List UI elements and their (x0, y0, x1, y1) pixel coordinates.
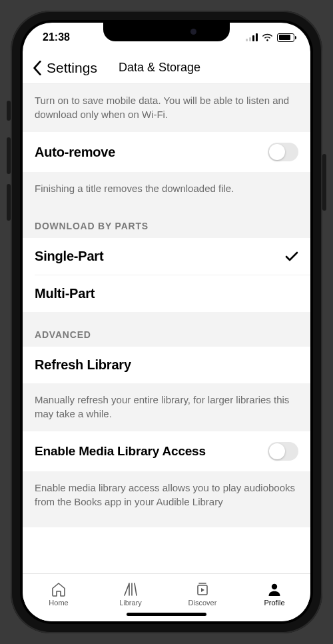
section-advanced: ADVANCED (23, 320, 310, 347)
single-part-row[interactable]: Single-Part (23, 238, 310, 275)
tab-profile-label: Profile (264, 599, 284, 607)
refresh-note: Manually refresh your entire library, fo… (23, 383, 310, 431)
volume-up-button (7, 137, 11, 174)
multi-part-row[interactable]: Multi-Part (23, 275, 310, 312)
library-icon (123, 582, 139, 597)
wifi-icon (262, 33, 273, 42)
status-time: 21:38 (43, 31, 70, 43)
tab-library[interactable]: Library (95, 574, 166, 615)
auto-remove-toggle[interactable] (268, 143, 298, 161)
tab-home[interactable]: Home (23, 574, 95, 615)
refresh-library-row[interactable]: Refresh Library (23, 347, 310, 383)
auto-remove-row[interactable]: Auto-remove (23, 132, 310, 172)
volume-down-button (7, 184, 11, 221)
checkmark-icon (285, 251, 298, 262)
section-download-by-parts: DOWNLOAD BY PARTS (23, 206, 310, 238)
section-gap (23, 312, 310, 320)
back-button-label[interactable]: Settings (47, 60, 97, 76)
auto-remove-label: Auto-remove (35, 145, 115, 160)
home-indicator[interactable] (127, 613, 206, 616)
svg-point-2 (272, 584, 277, 589)
power-button (322, 154, 326, 211)
enable-media-row[interactable]: Enable Media Library Access (23, 431, 310, 471)
discover-icon (194, 582, 210, 597)
cellular-signal-icon (246, 33, 258, 41)
back-chevron-icon[interactable] (32, 61, 43, 75)
multi-part-label: Multi-Part (35, 286, 95, 301)
enable-media-label: Enable Media Library Access (35, 444, 206, 459)
home-icon (51, 582, 67, 597)
tab-library-label: Library (119, 599, 142, 607)
nav-header: Settings Data & Storage (23, 52, 310, 84)
wifi-only-note: Turn on to save mobile data. You will be… (23, 84, 310, 132)
tab-discover[interactable]: Discover (166, 574, 238, 615)
phone-frame: 21:38 (11, 11, 322, 633)
notch (103, 23, 230, 41)
tab-home-label: Home (49, 599, 68, 607)
auto-remove-note: Finishing a title removes the downloaded… (23, 172, 310, 206)
tab-discover-label: Discover (188, 599, 217, 607)
mute-switch (7, 101, 11, 121)
refresh-library-label: Refresh Library (35, 357, 131, 373)
profile-icon (266, 582, 282, 597)
tab-profile[interactable]: Profile (238, 574, 310, 615)
page-title: Data & Storage (119, 61, 200, 75)
settings-content: Turn on to save mobile data. You will be… (23, 84, 310, 573)
media-access-note: Enable media library access allows you t… (23, 471, 310, 527)
enable-media-toggle[interactable] (268, 442, 298, 461)
battery-icon (277, 33, 294, 42)
single-part-label: Single-Part (35, 249, 103, 264)
